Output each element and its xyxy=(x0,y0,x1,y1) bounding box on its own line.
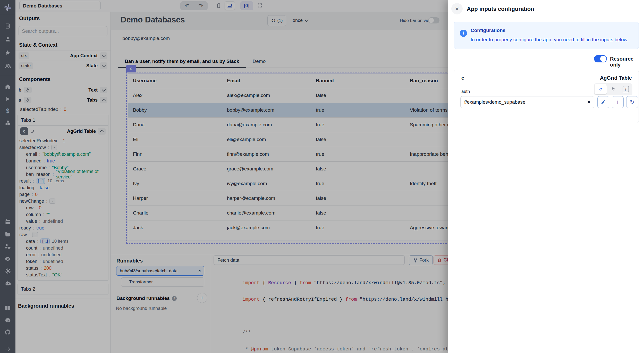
mobile-view-icon[interactable] xyxy=(214,2,224,10)
component-c-chevron-up-icon[interactable] xyxy=(98,128,106,135)
info-icon[interactable]: i xyxy=(172,296,177,301)
connect-plug-icon[interactable] xyxy=(607,84,619,94)
runs-play-icon[interactable] xyxy=(3,95,12,103)
github-icon[interactable] xyxy=(3,328,12,336)
settings-gear-icon[interactable] xyxy=(3,267,12,275)
resource-path-input[interactable]: f/examples/demo_supabase × xyxy=(460,96,594,108)
text-component[interactable]: bobby@example.com xyxy=(122,36,170,41)
tree-row[interactable]: token : undefined xyxy=(19,258,107,265)
app-title-input[interactable]: Demo Databases xyxy=(19,1,101,10)
tree-row[interactable]: value : undefined xyxy=(19,218,107,225)
component-type: AgGrid Table xyxy=(600,75,632,81)
home-icon[interactable] xyxy=(3,83,12,91)
tree-row[interactable]: count : undefined xyxy=(19,245,107,251)
component-c-badge[interactable]: c xyxy=(20,127,28,135)
worker-groups-icon[interactable] xyxy=(3,243,12,251)
component-a-chevron-up-icon[interactable] xyxy=(100,97,107,103)
tree-row[interactable]: page : 0 xyxy=(19,191,107,198)
fullscreen-expand-icon[interactable] xyxy=(255,1,265,10)
close-icon[interactable]: × xyxy=(451,3,463,14)
pointer-hand-icon xyxy=(24,87,32,93)
folders-icon[interactable] xyxy=(3,231,12,238)
tree-row[interactable]: raw : - xyxy=(19,231,107,238)
code-token xyxy=(357,297,360,302)
workers-robot-icon[interactable] xyxy=(3,280,12,287)
state-row[interactable]: state State xyxy=(15,61,111,71)
tree-row[interactable]: column : "" xyxy=(19,211,107,218)
runnable-name-input[interactable]: Fetch data xyxy=(214,255,405,265)
search-outputs-input[interactable]: Search outputs... xyxy=(19,26,107,36)
tree-row[interactable]: status : 200 xyxy=(19,265,107,272)
ctx-chevron-down-icon[interactable] xyxy=(100,52,107,59)
component-a-row[interactable]: a Tabs xyxy=(15,95,111,105)
column-email[interactable]: Email xyxy=(222,78,311,84)
state-chevron-down-icon[interactable] xyxy=(100,62,107,69)
schedules-calendar-icon[interactable] xyxy=(3,218,12,226)
transformer-item[interactable]: Transformer xyxy=(121,277,204,287)
component-c-row[interactable]: c AgGrid Table xyxy=(18,126,108,137)
code-content[interactable]: import { Resource } from "https://deno.l… xyxy=(214,269,474,353)
component-b-row[interactable]: b Text xyxy=(15,85,111,95)
hide-bar-toggle[interactable] xyxy=(428,17,439,23)
column-username[interactable]: Username xyxy=(128,78,222,84)
undo-icon[interactable]: ↶ xyxy=(182,2,192,10)
tab[interactable]: Demo xyxy=(246,55,273,68)
tabs1-header[interactable]: Tabs 1 xyxy=(18,115,108,126)
padding-zero-button[interactable]: |0| xyxy=(240,1,253,10)
tree-row[interactable]: ready : true xyxy=(19,225,107,231)
tree-row[interactable]: email : "bobby@example.com" xyxy=(19,151,107,158)
refresh-resource-button[interactable]: ↻ xyxy=(626,96,638,108)
ctx-row[interactable]: ctx App Context xyxy=(15,51,111,61)
schedule-dropdown[interactable]: once xyxy=(293,18,308,23)
collapse-sidebar-arrow-icon[interactable] xyxy=(3,345,12,353)
user-icon[interactable] xyxy=(3,36,12,43)
ctx-key: ctx xyxy=(19,52,29,59)
column-banned[interactable]: Banned xyxy=(311,78,405,84)
static-pencil-icon[interactable] xyxy=(595,84,607,94)
variables-dollar-icon[interactable]: $ xyxy=(3,107,12,115)
tree-row[interactable]: banned : true xyxy=(19,158,107,164)
audit-eye-icon[interactable] xyxy=(3,255,12,263)
tree-row[interactable]: loading : false xyxy=(19,184,107,191)
tree-row[interactable]: statusText : "OK" xyxy=(19,272,107,278)
cell-email: dana@example.com xyxy=(222,122,311,128)
cell-banned: true xyxy=(311,181,405,186)
edit-pencil-icon[interactable] xyxy=(31,129,35,134)
add-background-runnable-button[interactable]: + xyxy=(197,293,207,303)
refresh-count-button[interactable]: ↻ (1) xyxy=(267,15,286,26)
code-token: Resource xyxy=(268,280,291,286)
colon: : xyxy=(39,259,41,264)
clear-input-icon[interactable]: × xyxy=(587,99,590,105)
runnable-item-selected[interactable]: hub/943/supabase/fetch_data c xyxy=(116,266,204,276)
resource-only-toggle[interactable] xyxy=(594,55,607,62)
tree-value: 200 xyxy=(44,266,52,271)
resources-cubes-icon[interactable] xyxy=(3,119,12,127)
tree-row[interactable]: ban_reason : "Violation of terms of serv… xyxy=(19,171,107,178)
tree-row[interactable]: error : undefined xyxy=(19,251,107,258)
tree-row[interactable]: row : 0 xyxy=(19,204,107,211)
component-b-chevron-down-icon[interactable] xyxy=(100,87,107,93)
colon: : xyxy=(40,266,42,271)
code-line: * @param token Supabase `access_token` a… xyxy=(214,335,474,352)
tree-row[interactable]: selectedRow : - xyxy=(19,144,107,151)
add-resource-button[interactable]: + xyxy=(612,96,624,108)
tree-row[interactable]: selectedRowIndex : 1 xyxy=(19,137,107,144)
edit-resource-button[interactable] xyxy=(597,96,609,108)
discord-icon[interactable] xyxy=(3,316,12,324)
favorites-star-icon[interactable] xyxy=(3,49,12,56)
redo-icon[interactable]: ↷ xyxy=(196,2,206,10)
tree-key: error xyxy=(26,252,36,258)
user-group-icon[interactable] xyxy=(3,62,12,70)
docs-book-icon[interactable] xyxy=(3,304,12,312)
workspaces-icon[interactable] xyxy=(3,22,12,30)
desktop-view-icon[interactable] xyxy=(225,1,235,10)
tree-key: selectedTabIndex xyxy=(20,106,58,112)
fork-button[interactable]: Fork xyxy=(409,255,433,265)
tab[interactable]: Ban a user, notify them by email, and us… xyxy=(118,55,246,68)
tree-row[interactable]: newChange : - xyxy=(19,198,107,204)
tree-row[interactable]: data : [...] 10 items xyxy=(19,238,107,245)
tabs2-header[interactable]: Tabs 2 xyxy=(18,284,108,294)
selected-component-tag[interactable]: c xyxy=(126,65,136,72)
windmill-logo[interactable] xyxy=(0,0,15,15)
eval-function-icon[interactable]: f xyxy=(620,84,632,94)
